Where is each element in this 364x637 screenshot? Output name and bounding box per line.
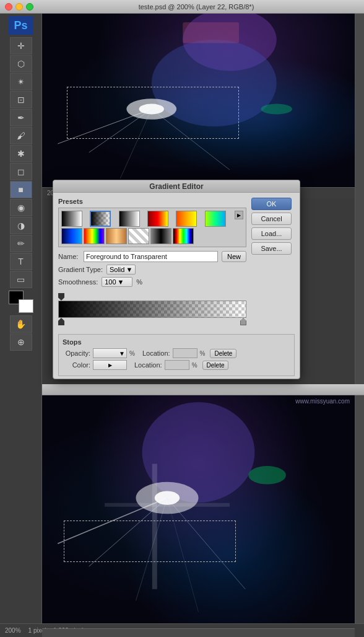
close-button[interactable] [5,3,12,11]
opacity-delete-button[interactable]: Delete [210,349,236,358]
color-stops-bar [58,318,246,327]
color-picker-arrow[interactable]: ▶ [93,360,127,370]
gradient-type-value: Solid [110,266,124,273]
preset-checkerboard1[interactable] [128,228,149,244]
color-label: Color: [63,361,90,369]
save-button[interactable]: Save... [251,242,292,255]
brush-tool[interactable]: 🖌 [10,127,32,144]
new-button[interactable]: New [222,251,246,262]
pen-tool[interactable]: ✏ [10,235,32,252]
dialog-left-panel: Presets ▶ [58,198,246,327]
eyedropper-tool[interactable]: ✒ [10,109,32,126]
minimize-button[interactable] [15,3,23,11]
shape-tool[interactable]: ▭ [10,271,32,288]
move-tool[interactable]: ✛ [10,37,32,55]
smoothness-unit: % [136,278,142,286]
color-location-label: Location: [134,361,162,369]
color-location-unit: % [192,362,197,369]
color-delete-button[interactable]: Delete [202,361,229,370]
smoothness-row: Smoothness: 100 ▼ % [58,277,246,287]
presets-area: ▶ [58,208,246,247]
zoom-tool[interactable]: ⊕ [10,333,32,351]
presets-label: Presets [58,198,246,205]
opacity-stop-left[interactable] [58,293,64,301]
clone-stamp-tool[interactable]: ✱ [10,145,32,162]
second-title-bar [0,384,364,395]
cancel-button[interactable]: Cancel [251,213,292,225]
color-stop-right[interactable] [240,318,246,325]
presets-menu-arrow[interactable]: ▶ [235,211,243,219]
color-stop-left[interactable] [58,318,64,325]
canvas-top [42,14,355,187]
photoshop-window: teste.psd @ 200% (Layer 22, RGB/8*) Ps ✛… [0,0,364,637]
opacity-location-unit: % [200,350,206,357]
preset-blue[interactable] [61,228,82,244]
traffic-lights [5,3,33,11]
eraser-tool[interactable]: ◻ [10,163,32,180]
toolbar: Ps ✛ ⬡ ✴ ⊡ ✒ 🖌 ✱ ◻ ■ ◉ ◑ ✏ T ▭ ✋ ⊕ [0,14,42,623]
canvas-content-bottom: www.missyuan.com [42,395,355,623]
opacity-location-input[interactable] [173,348,197,358]
canvas-content-top [42,14,355,187]
selection-marquee-bottom [64,521,236,561]
gradient-type-arrow: ▼ [126,266,132,273]
preset-red[interactable] [147,211,168,227]
gradient-tool[interactable]: ■ [10,181,32,198]
horizontal-scrollbar[interactable] [42,628,355,637]
preset-orange[interactable] [176,211,197,227]
opacity-stops-bar [58,292,246,301]
preset-checkerboard2[interactable] [150,228,171,244]
second-scrollbar[interactable] [355,395,364,623]
bottom-status-bar: 200% 1 pixel = 1,000 pixels [0,623,364,637]
lasso-tool[interactable]: ⬡ [10,55,32,72]
preset-fg-transparent[interactable] [90,211,111,227]
text-tool[interactable]: T [10,253,32,270]
dodge-tool[interactable]: ◑ [10,217,32,234]
ps-logo: Ps [9,16,33,35]
color-location-input[interactable] [165,360,189,370]
dialog-body: Presets ▶ [53,193,300,332]
bottom-zoom: 200% [5,627,21,634]
stops-section: Stops Opacity: ▼ % Location: % Delete Co… [58,334,295,376]
type-row: Gradient Type: Solid ▼ [58,265,246,275]
smoothness-value: 100 [105,278,116,286]
preset-spectrum[interactable] [173,228,194,244]
name-label: Name: [58,253,80,260]
smoothness-label: Smoothness: [58,278,98,286]
name-input[interactable] [84,251,218,262]
color-stop-row: Color: ▶ Location: % Delete [63,360,290,370]
smoothness-input[interactable]: 100 ▼ [102,277,132,287]
opacity-unit: % [129,350,135,357]
load-button[interactable]: Load... [251,227,292,240]
opacity-location-label: Location: [142,349,170,357]
watermark: www.missyuan.com [295,398,350,405]
stops-title: Stops [63,338,290,346]
gradient-editor-dialog: Gradient Editor Presets ▶ [53,180,300,379]
preset-copper[interactable] [106,228,127,244]
preset-yellow-green[interactable] [205,211,226,227]
preset-fg-bg[interactable] [61,211,82,227]
gradient-preview-bar[interactable] [58,301,246,318]
canvas-background-bottom [42,395,355,623]
name-row: Name: New [58,251,246,262]
gradient-type-select[interactable]: Solid ▼ [106,265,136,275]
ok-button[interactable]: OK [251,198,292,210]
second-canvas-window: www.missyuan.com [0,384,364,623]
magic-wand-tool[interactable]: ✴ [10,73,32,90]
background-color[interactable] [19,299,33,313]
hand-tool[interactable]: ✋ [10,315,32,333]
selection-marquee-top [67,87,239,139]
presets-row2 [61,228,232,244]
preset-black-white[interactable] [119,211,140,227]
presets-grid [61,211,232,227]
blur-tool[interactable]: ◉ [10,199,32,216]
gradient-type-label: Gradient Type: [58,266,103,273]
maximize-button[interactable] [26,3,33,11]
preset-rainbow[interactable] [84,228,105,244]
smoothness-arrow: ▼ [118,278,124,286]
dialog-title: Gradient Editor [53,180,300,193]
crop-tool[interactable]: ⊡ [10,91,32,108]
opacity-stop-row: Opacity: ▼ % Location: % Delete [63,348,290,358]
opacity-select[interactable]: ▼ [93,348,127,358]
gradient-preview-area [58,292,246,327]
